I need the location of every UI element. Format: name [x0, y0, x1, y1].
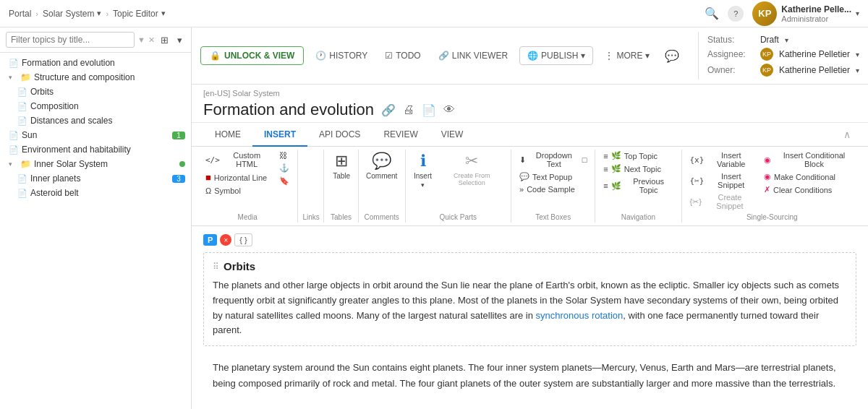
- symbol-button[interactable]: Ω Symbol: [202, 185, 274, 197]
- insert-conditional-block-button[interactable]: ◉ Insert Conditional Block: [760, 150, 858, 170]
- tables-items: ⊞ Table: [328, 150, 354, 212]
- anchor-button[interactable]: ⚓: [276, 162, 293, 174]
- paragraph-type-button[interactable]: P: [203, 234, 217, 246]
- create-snippet-button[interactable]: {✂} Create Snippet: [686, 191, 760, 212]
- tab-api-docs[interactable]: API DOCS: [307, 124, 372, 147]
- table-button[interactable]: ⊞ Table: [328, 150, 354, 182]
- topic-title-row: Formation and evolution 🔗 🖨 📄 👁: [203, 100, 856, 119]
- tab-view[interactable]: VIEW: [430, 124, 475, 147]
- ribbon-group-tables: ⊞ Table Tables: [324, 150, 359, 223]
- comments-items: 💬 Comment: [363, 150, 401, 212]
- code-sample-button[interactable]: » Code Sample: [516, 184, 590, 195]
- sidebar-item-environment[interactable]: 📄 Environment and habitability: [0, 142, 191, 157]
- content-block-orbits[interactable]: ⠿ Orbits The planets and other large obj…: [203, 252, 856, 346]
- close-block-button[interactable]: ×: [220, 234, 231, 246]
- sidebar-item-composition[interactable]: 📄 Composition: [0, 99, 191, 113]
- filter-input[interactable]: [6, 32, 135, 48]
- inner-planets-badge: 3: [172, 175, 185, 183]
- make-conditional-button[interactable]: ◉ Make Conditional: [760, 171, 858, 183]
- make-conditional-label: Make Conditional: [774, 173, 835, 181]
- insert-variable-button[interactable]: {x} Insert Variable: [686, 150, 760, 170]
- more-button[interactable]: ⋮ MORE ▾: [599, 47, 655, 64]
- dropdown-text-button[interactable]: ⬇ Dropdown Text □: [516, 150, 590, 170]
- scissors-icon: ✂: [465, 152, 478, 171]
- insert-button[interactable]: ℹ Insert ▾: [410, 150, 436, 191]
- synchronous-rotation-link[interactable]: synchronous rotation: [536, 310, 624, 321]
- user-chevron-icon[interactable]: ▾: [856, 9, 859, 17]
- ribbon-group-comments: 💬 Comment Comments: [359, 150, 406, 223]
- sidebar-item-sun[interactable]: 📄 Sun 1: [0, 128, 191, 142]
- history-button[interactable]: 🕐 HISTORY: [310, 47, 373, 64]
- sidebar-chevron-down[interactable]: ▾: [174, 33, 185, 47]
- print-icon[interactable]: 🖨: [403, 103, 414, 116]
- tab-review[interactable]: REVIEW: [372, 124, 429, 147]
- nav-sep-1: ›: [35, 9, 38, 18]
- tab-home[interactable]: HOME: [203, 124, 252, 147]
- sidebar-item-inner-planets[interactable]: 📄 Inner planets 3: [0, 171, 191, 186]
- paragraph-text: The planetary system around the Sun cont…: [213, 362, 836, 388]
- search-icon[interactable]: 🔍: [705, 7, 719, 20]
- bookmark-icon: 🔖: [279, 176, 289, 186]
- history-icon: 🕐: [315, 51, 326, 61]
- owner-dropdown-button[interactable]: ▾: [856, 66, 859, 74]
- unlock-view-button[interactable]: 🔒 UNLOCK & VIEW: [200, 46, 304, 65]
- nav-solar-system[interactable]: Solar System: [43, 9, 94, 19]
- tab-insert[interactable]: INSERT: [252, 124, 307, 147]
- sidebar-item-orbits[interactable]: 📄 Orbits: [0, 85, 191, 99]
- more-label: MORE: [616, 51, 642, 61]
- pdf-icon[interactable]: 📄: [422, 103, 436, 117]
- sidebar-item-formation[interactable]: 📄 Formation and evolution: [0, 56, 191, 70]
- sidebar-tree: 📄 Formation and evolution ▾ 📁 Structure …: [0, 53, 191, 409]
- assignee-dropdown-button[interactable]: ▾: [856, 51, 859, 59]
- sidebar-item-inner-solar[interactable]: ▾ 📁 Inner Solar System: [0, 157, 191, 171]
- sidebar-item-structure[interactable]: ▾ 📁 Structure and composition: [0, 70, 191, 85]
- nav-portal[interactable]: Portal: [9, 9, 31, 19]
- assignee-avatar: KP: [760, 48, 773, 61]
- list-icon-2: ≡: [603, 165, 608, 173]
- help-button[interactable]: ?: [728, 6, 744, 22]
- ribbon-group-links: Links: [298, 150, 324, 223]
- status-dropdown-button[interactable]: ▾: [785, 36, 788, 44]
- owner-row: Owner: KP Katherine Pelletier ▾: [707, 64, 859, 77]
- sidebar-view-toggle[interactable]: ⊞: [158, 33, 171, 47]
- link-button-1[interactable]: ⛓: [276, 150, 293, 161]
- horizontal-line-button[interactable]: ■ Horizontal Line: [202, 171, 274, 184]
- filter-clear-icon[interactable]: ✕: [148, 35, 155, 45]
- text-popup-button[interactable]: 💬 Text Popup: [516, 171, 590, 183]
- drag-handle-icon[interactable]: ⠿: [213, 262, 219, 272]
- todo-button[interactable]: ☑ TODO: [379, 47, 426, 64]
- top-topic-button[interactable]: ≡ 🌿 Top Topic: [600, 150, 676, 162]
- link-icon[interactable]: 🔗: [381, 103, 396, 117]
- clear-conditions-button[interactable]: ✗ Clear Conditions: [760, 184, 858, 196]
- nav-solar-system-dropdown[interactable]: ▾: [97, 9, 101, 18]
- topic-header: [en-US] Solar System Formation and evolu…: [192, 85, 868, 123]
- insert-snippet-label: Insert Snippet: [707, 172, 755, 189]
- next-topic-button[interactable]: ≡ 🌿 Next Topic: [600, 163, 676, 175]
- publish-button[interactable]: 🌐 PUBLISH ▾: [519, 46, 593, 65]
- sidebar-item-distances[interactable]: 📄 Distances and scales: [0, 113, 191, 128]
- eye-icon[interactable]: 👁: [443, 103, 455, 116]
- create-from-label: Create From Selection: [441, 172, 503, 186]
- nav-topic-editor-dropdown[interactable]: ▾: [161, 9, 166, 18]
- prev-topic-button[interactable]: ≡ 🌿 Previous Topic: [600, 176, 676, 196]
- sidebar-item-asteroid-belt[interactable]: 📄 Asteroid belt: [0, 186, 191, 200]
- custom-html-button[interactable]: </> Custom HTML: [202, 150, 274, 170]
- avatar-initials: KP: [758, 8, 771, 19]
- publish-chevron-icon: ▾: [581, 51, 585, 61]
- user-profile[interactable]: KP Katherine Pelle... Administrator ▾: [752, 1, 859, 26]
- insert-snippet-button[interactable]: {✂} Insert Snippet: [686, 171, 760, 191]
- message-button[interactable]: 💬: [661, 46, 683, 66]
- link-viewer-button[interactable]: 🔗 LINK VIEWER: [433, 47, 514, 64]
- media-col: </> Custom HTML ■ Horizontal Line Ω Symb…: [202, 150, 274, 197]
- comment-button[interactable]: 💬 Comment: [363, 150, 401, 182]
- create-from-selection-button[interactable]: ✂ Create From Selection: [438, 150, 507, 189]
- table-icon: ⊞: [335, 152, 348, 171]
- info-icon: ℹ: [420, 152, 426, 171]
- editor-mini-toolbar: P × { }: [203, 233, 856, 246]
- conditional-icon: ◉: [764, 155, 771, 165]
- conditions-button[interactable]: { }: [234, 233, 252, 246]
- tabs-collapse-icon[interactable]: ∧: [838, 123, 856, 146]
- nav-topic-editor[interactable]: Topic Editor: [113, 9, 158, 19]
- bookmark-button[interactable]: 🔖: [276, 175, 293, 187]
- clear-icon: ✗: [764, 185, 770, 194]
